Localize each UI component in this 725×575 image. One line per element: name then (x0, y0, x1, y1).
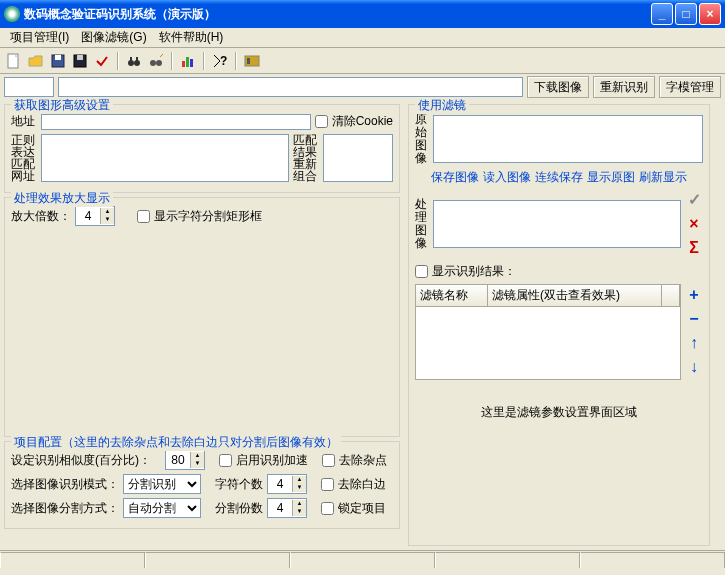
window-title: 数码概念验证码识别系统（演示版） (24, 6, 651, 23)
spin-down-icon[interactable]: ▼ (292, 508, 306, 516)
cont-save-link[interactable]: 连续保存 (535, 169, 583, 186)
chars-label: 字符个数 (215, 476, 263, 493)
svg-rect-12 (186, 57, 189, 67)
similarity-value[interactable] (166, 452, 190, 468)
svg-rect-2 (55, 55, 61, 60)
rerecognize-button[interactable]: 重新识别 (593, 76, 655, 98)
addr-label: 地址 (11, 113, 37, 130)
filter-table[interactable]: 滤镜名称 滤镜属性(双击查看效果) (415, 284, 681, 380)
match-textarea[interactable] (323, 134, 393, 182)
noise-label: 去除杂点 (339, 452, 387, 469)
status-cell (290, 552, 435, 568)
binoculars2-icon[interactable] (146, 51, 166, 71)
svg-rect-16 (247, 58, 250, 64)
binoculars-icon[interactable] (124, 51, 144, 71)
trim-checkbox[interactable] (321, 478, 334, 491)
filter-table-body[interactable] (416, 307, 680, 379)
noise-checkbox[interactable] (322, 454, 335, 467)
mode-select[interactable]: 分割识别 (123, 474, 201, 494)
menu-filter[interactable]: 图像滤镜(G) (75, 27, 152, 48)
group-capture: 获取图形高级设置 地址 清除Cookie 正则 表达 匹配 网址 匹配 结果 重… (4, 104, 400, 193)
fontmgr-button[interactable]: 字模管理 (659, 76, 721, 98)
lock-label: 锁定项目 (338, 500, 386, 517)
accel-checkbox[interactable] (219, 454, 232, 467)
menu-project[interactable]: 项目管理(I) (4, 27, 75, 48)
svg-point-9 (150, 60, 156, 66)
titlebar: 数码概念验证码识别系统（演示版） _ □ × (0, 0, 725, 28)
download-button[interactable]: 下载图像 (527, 76, 589, 98)
similarity-label: 设定识别相似度(百分比)： (11, 452, 161, 469)
match-label: 匹配 结果 重新 组合 (293, 134, 319, 182)
group-project: 项目配置（这里的去除杂点和去除白边只对分割后图像有效） 设定识别相似度(百分比)… (4, 441, 400, 529)
tool-icon[interactable] (242, 51, 262, 71)
sigma-icon[interactable]: Σ (689, 239, 699, 257)
url-prefix-input[interactable] (4, 77, 54, 97)
svg-rect-13 (190, 59, 193, 67)
lock-checkbox[interactable] (321, 502, 334, 515)
move-down-icon[interactable]: ↓ (690, 358, 698, 376)
group-zoom: 处理效果放大显示 放大倍数： ▲▼ 显示字符分割矩形框 (4, 197, 400, 437)
url-input[interactable] (58, 77, 523, 97)
menu-help[interactable]: 软件帮助(H) (153, 27, 230, 48)
zoom-label: 放大倍数： (11, 208, 71, 225)
clear-cookie-checkbox[interactable] (315, 115, 328, 128)
remove-filter-icon[interactable]: − (689, 310, 698, 328)
new-icon[interactable] (4, 51, 24, 71)
group-capture-legend: 获取图形高级设置 (11, 97, 113, 114)
refresh-link[interactable]: 刷新显示 (639, 169, 687, 186)
chars-spinner[interactable]: ▲▼ (267, 474, 307, 494)
spin-down-icon[interactable]: ▼ (190, 460, 204, 468)
split-select[interactable]: 自动分割 (123, 498, 201, 518)
cancel-icon[interactable]: × (689, 215, 698, 233)
chart-icon[interactable] (178, 51, 198, 71)
parts-value[interactable] (268, 500, 292, 516)
check-icon[interactable] (92, 51, 112, 71)
proc-image-preview (433, 200, 681, 248)
load-img-link[interactable]: 读入图像 (483, 169, 531, 186)
th-name[interactable]: 滤镜名称 (416, 285, 488, 307)
th-attr[interactable]: 滤镜属性(双击查看效果) (488, 285, 662, 307)
toolbar: ? (0, 48, 725, 74)
close-button[interactable]: × (699, 3, 721, 25)
add-filter-icon[interactable]: + (689, 286, 698, 304)
show-orig-link[interactable]: 显示原图 (587, 169, 635, 186)
save2-icon[interactable] (70, 51, 90, 71)
accel-label: 启用识别加速 (236, 452, 308, 469)
orig-image-preview (433, 115, 703, 163)
spin-up-icon[interactable]: ▲ (100, 208, 114, 216)
parts-label: 分割份数 (215, 500, 263, 517)
svg-rect-4 (77, 55, 83, 60)
status-cell (145, 552, 290, 568)
spin-up-icon[interactable]: ▲ (292, 476, 306, 484)
spin-down-icon[interactable]: ▼ (100, 216, 114, 224)
parts-spinner[interactable]: ▲▼ (267, 498, 307, 518)
save-icon[interactable] (48, 51, 68, 71)
split-label: 选择图像分割方式： (11, 500, 119, 517)
regex-textarea[interactable] (41, 134, 289, 182)
spin-up-icon[interactable]: ▲ (190, 452, 204, 460)
spin-down-icon[interactable]: ▼ (292, 484, 306, 492)
param-area: 这里是滤镜参数设置界面区域 (415, 380, 703, 445)
show-result-checkbox[interactable] (415, 265, 428, 278)
group-filter-legend: 使用滤镜 (415, 97, 469, 114)
orig-label: 原 始 图 像 (415, 113, 429, 165)
zoom-value[interactable] (76, 208, 100, 224)
addr-input[interactable] (41, 114, 311, 130)
help-icon[interactable]: ? (210, 51, 230, 71)
svg-text:?: ? (220, 54, 227, 68)
chars-value[interactable] (268, 476, 292, 492)
trim-label: 去除白边 (338, 476, 386, 493)
spin-up-icon[interactable]: ▲ (292, 500, 306, 508)
maximize-button[interactable]: □ (675, 3, 697, 25)
param-hint: 这里是滤镜参数设置界面区域 (481, 405, 637, 419)
open-icon[interactable] (26, 51, 46, 71)
save-img-link[interactable]: 保存图像 (431, 169, 479, 186)
clear-cookie-label: 清除Cookie (332, 113, 393, 130)
show-rect-checkbox[interactable] (137, 210, 150, 223)
zoom-spinner[interactable]: ▲▼ (75, 206, 115, 226)
move-up-icon[interactable]: ↑ (690, 334, 698, 352)
status-cell (580, 552, 725, 568)
similarity-spinner[interactable]: ▲▼ (165, 450, 205, 470)
apply-icon[interactable]: ✓ (688, 190, 701, 209)
minimize-button[interactable]: _ (651, 3, 673, 25)
